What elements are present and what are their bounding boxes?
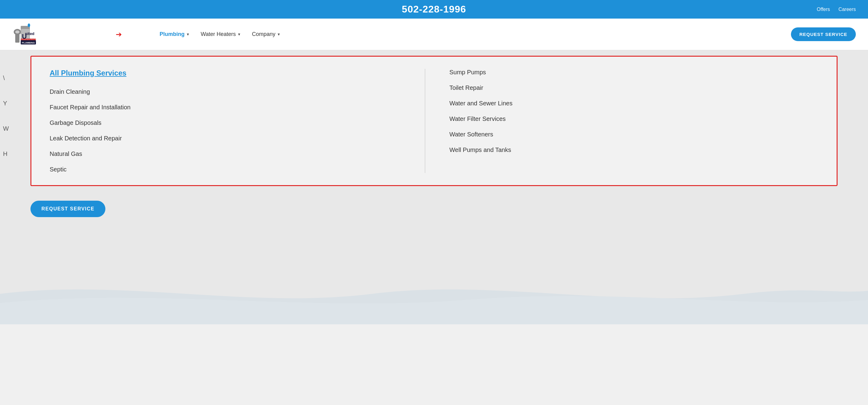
request-service-button[interactable]: REQUEST SERVICE (791, 27, 856, 41)
nav-plumbing[interactable]: Plumbing ▼ (160, 31, 190, 37)
dropdown-left-col: All Plumbing Services Drain Cleaning Fau… (50, 69, 419, 173)
sump-pumps-link[interactable]: Sump Pumps (450, 69, 819, 76)
natural-gas-link[interactable]: Natural Gas (50, 150, 419, 157)
toilet-repair-link[interactable]: Toilet Repair (450, 84, 819, 91)
arrow-indicator: ➔ (116, 30, 123, 39)
water-softeners-link[interactable]: Water Softeners (450, 131, 819, 138)
leak-detection-link[interactable]: Leak Detection and Repair (50, 135, 419, 142)
phone-number[interactable]: 502-228-1996 (402, 4, 466, 15)
nav-links: Plumbing ▼ Water Heaters ▼ Company ▼ (160, 31, 280, 37)
nav-water-heaters[interactable]: Water Heaters ▼ (201, 31, 241, 37)
nav-bar: U nited PLUMBING Professional Service Si… (0, 19, 868, 50)
careers-link[interactable]: Careers (838, 7, 856, 12)
main-area: \ Y W H All Plumbing Services Drain Clea… (0, 50, 868, 324)
chevron-down-icon: ▼ (237, 32, 241, 36)
nav-company[interactable]: Company ▼ (252, 31, 280, 37)
arrow-icon: ➔ (116, 30, 122, 39)
bottom-section: REQUEST SERVICE (0, 191, 868, 226)
svg-point-2 (15, 30, 20, 33)
dropdown-divider (425, 69, 425, 173)
offers-link[interactable]: Offers (817, 7, 830, 12)
well-pumps-tanks-link[interactable]: Well Pumps and Tanks (450, 147, 819, 153)
top-bar: 502-228-1996 Offers Careers (0, 0, 868, 19)
faucet-repair-link[interactable]: Faucet Repair and Installation (50, 104, 419, 111)
garbage-disposals-link[interactable]: Garbage Disposals (50, 119, 419, 126)
chevron-down-icon: ▼ (186, 32, 190, 36)
wave-background (0, 263, 868, 324)
septic-link[interactable]: Septic (50, 166, 419, 173)
water-sewer-lines-link[interactable]: Water and Sewer Lines (450, 100, 819, 107)
logo-icon: U nited PLUMBING Professional Service Si… (12, 23, 40, 46)
chevron-down-icon: ▼ (277, 32, 280, 36)
plumbing-dropdown-panel: All Plumbing Services Drain Cleaning Fau… (30, 56, 838, 186)
dropdown-right-col: Sump Pumps Toilet Repair Water and Sewer… (431, 69, 819, 173)
svg-text:PLUMBING: PLUMBING (22, 41, 35, 44)
drain-cleaning-link[interactable]: Drain Cleaning (50, 88, 419, 95)
top-bar-links: Offers Careers (817, 7, 856, 12)
water-filter-services-link[interactable]: Water Filter Services (450, 116, 819, 122)
svg-text:Professional Service Since 198: Professional Service Since 1984 (20, 39, 37, 40)
all-plumbing-services-link[interactable]: All Plumbing Services (50, 69, 419, 77)
request-service-bottom-button[interactable]: REQUEST SERVICE (30, 201, 105, 217)
logo-area: U nited PLUMBING Professional Service Si… (12, 23, 91, 46)
svg-text:nited: nited (25, 31, 34, 36)
